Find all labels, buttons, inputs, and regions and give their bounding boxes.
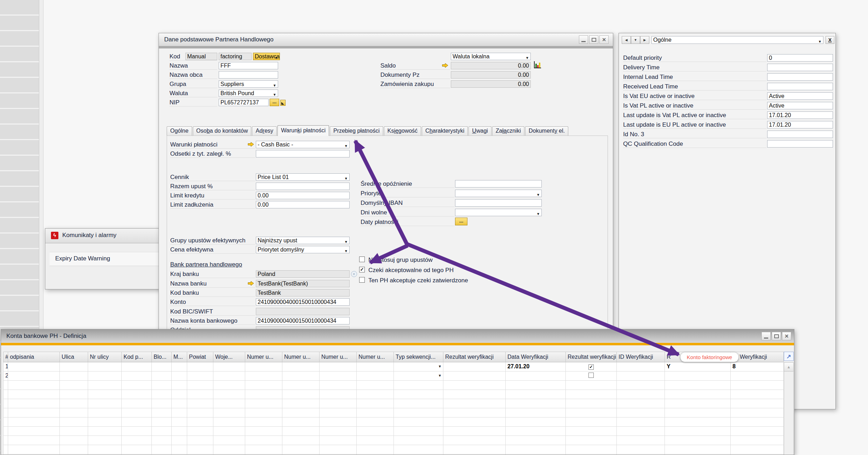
grid-cell[interactable]: Y xyxy=(665,362,731,372)
grid-cell[interactable] xyxy=(320,381,357,390)
grid-cell[interactable] xyxy=(3,417,8,427)
grid-cell[interactable] xyxy=(566,372,617,381)
grid-header-cell[interactable]: Ulica xyxy=(60,352,88,362)
udf-field-input[interactable]: 17.01.20 xyxy=(767,121,833,128)
grid-cell[interactable] xyxy=(394,408,443,417)
minimize-button[interactable] xyxy=(761,332,771,340)
context-menu-icon[interactable]: ≡ xyxy=(351,271,357,277)
grid-cell[interactable] xyxy=(566,390,617,399)
grid-cell[interactable] xyxy=(617,399,665,408)
grid-cell[interactable] xyxy=(506,417,566,427)
grid-cell[interactable] xyxy=(88,408,122,417)
grid-cell[interactable] xyxy=(617,417,665,427)
grid-cell[interactable] xyxy=(665,436,731,445)
grid-cell[interactable] xyxy=(617,390,665,399)
link-arrow-icon[interactable] xyxy=(442,63,448,68)
grid-cell[interactable] xyxy=(357,362,394,372)
grid-cell[interactable] xyxy=(60,362,88,372)
grid-cell[interactable] xyxy=(60,372,88,381)
grid-header-cell[interactable]: Numer u... xyxy=(245,352,282,362)
grid-cell[interactable] xyxy=(665,381,731,390)
udf-nav-prev-button[interactable]: ◀ xyxy=(622,36,631,44)
grid-cell[interactable] xyxy=(566,408,617,417)
grid-cell[interactable] xyxy=(172,408,187,417)
udf-field-input[interactable] xyxy=(767,140,833,148)
close-button[interactable]: ✕ xyxy=(599,35,609,44)
grid-cell[interactable] xyxy=(60,427,88,436)
grid-cell[interactable] xyxy=(152,408,172,417)
grid-cell[interactable] xyxy=(187,445,213,454)
grid-cell[interactable] xyxy=(394,445,443,454)
grid-cell[interactable] xyxy=(60,417,88,427)
grid-cell[interactable] xyxy=(172,445,187,454)
grid-cell[interactable] xyxy=(187,417,213,427)
grid-cell[interactable] xyxy=(357,445,394,454)
grid-cell[interactable] xyxy=(506,390,566,399)
razem-upust-field[interactable] xyxy=(256,183,350,190)
tab-zalaczniki[interactable]: Załączniki xyxy=(492,126,524,136)
grid-cell[interactable] xyxy=(443,427,506,436)
grid-cell[interactable] xyxy=(172,372,187,381)
grid-cell[interactable] xyxy=(60,408,88,417)
grid-cell[interactable] xyxy=(506,399,566,408)
grid-cell[interactable] xyxy=(566,381,617,390)
udf-category-combo[interactable]: Ogólne ▼ xyxy=(651,36,823,44)
grid-cell[interactable] xyxy=(320,408,357,417)
grid-cell[interactable] xyxy=(213,417,245,427)
grid-header-cell[interactable]: Woje... xyxy=(213,352,245,362)
grid-cell[interactable] xyxy=(506,381,566,390)
grid-cell[interactable] xyxy=(731,417,784,427)
grid-cell[interactable] xyxy=(3,445,8,454)
grid-cell[interactable] xyxy=(8,436,60,445)
grid-cell[interactable] xyxy=(282,427,320,436)
grid-cell[interactable] xyxy=(245,427,282,436)
alert-list-item[interactable]: Expiry Date Warning xyxy=(50,252,166,266)
grid-cell[interactable] xyxy=(731,399,784,408)
grid-row[interactable]: 1▼27.01.20✓Y8 xyxy=(3,362,784,372)
grid-cell[interactable] xyxy=(3,436,8,445)
grid-row[interactable] xyxy=(3,408,784,417)
grid-row[interactable] xyxy=(3,417,784,427)
grid-cell[interactable] xyxy=(731,390,784,399)
grid-cell[interactable] xyxy=(122,408,152,417)
daty-platnosci-button[interactable]: ... xyxy=(455,218,467,225)
grid-cell[interactable] xyxy=(566,436,617,445)
grid-cell[interactable]: 2 xyxy=(3,372,8,381)
maximize-button[interactable] xyxy=(772,332,781,340)
grid-cell[interactable] xyxy=(213,362,245,372)
tab-adresy[interactable]: Adresy xyxy=(252,126,277,136)
grid-cell[interactable] xyxy=(443,408,506,417)
grid-cell[interactable] xyxy=(443,362,506,372)
grid-cell[interactable] xyxy=(88,399,122,408)
grid-cell[interactable] xyxy=(187,436,213,445)
chevron-down-icon[interactable]: ▼ xyxy=(438,374,442,378)
grid-cell[interactable] xyxy=(172,417,187,427)
grid-cell[interactable] xyxy=(566,445,617,454)
grid-cell[interactable] xyxy=(187,427,213,436)
grid-cell[interactable] xyxy=(245,372,282,381)
limit-kredytu-field[interactable]: 0.00 xyxy=(256,192,350,199)
nip-browse-button[interactable]: ... xyxy=(270,99,279,106)
grid-cell[interactable]: ▼ xyxy=(394,362,443,372)
grid-cell[interactable] xyxy=(443,436,506,445)
nazwa-field[interactable]: FFF xyxy=(219,62,278,69)
grid-cell[interactable] xyxy=(8,390,60,399)
scrollbar-up-button[interactable]: ▲ xyxy=(784,362,794,372)
grid-cell[interactable] xyxy=(172,362,187,372)
grid-cell[interactable] xyxy=(60,381,88,390)
grid-cell[interactable] xyxy=(665,417,731,427)
grid-cell[interactable] xyxy=(282,362,320,372)
grid-vertical-scrollbar[interactable] xyxy=(784,362,794,455)
grid-cell[interactable] xyxy=(443,372,506,381)
grid-cell[interactable] xyxy=(88,417,122,427)
grid-cell[interactable] xyxy=(282,436,320,445)
grid-row[interactable] xyxy=(3,399,784,408)
grid-cell[interactable] xyxy=(731,436,784,445)
grid-cell[interactable] xyxy=(357,381,394,390)
grid-cell[interactable] xyxy=(665,372,731,381)
tab-przebieg-platnosci[interactable]: Przebieg płatności xyxy=(330,126,383,136)
kod-banku-field[interactable]: TestBank xyxy=(256,289,350,296)
grid-cell[interactable] xyxy=(122,445,152,454)
grid-cell[interactable] xyxy=(282,408,320,417)
grid-cell[interactable] xyxy=(152,399,172,408)
